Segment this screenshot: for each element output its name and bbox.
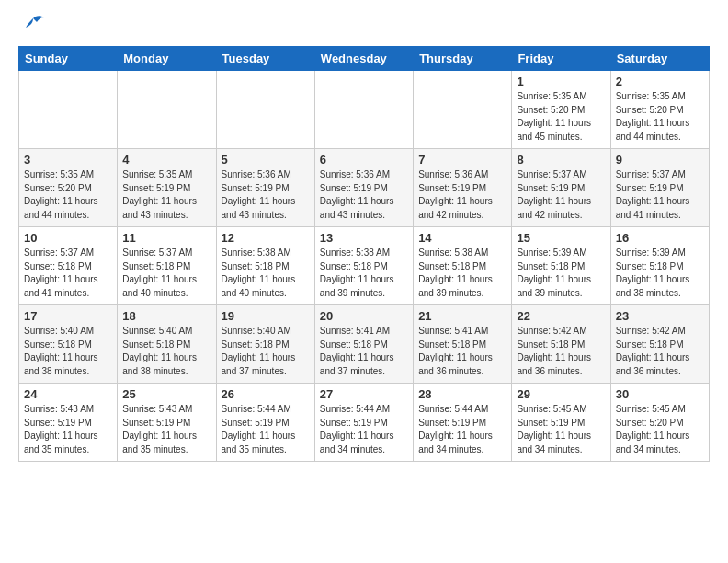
calendar-cell: 22Sunrise: 5:42 AMSunset: 5:18 PMDayligh…: [512, 305, 610, 384]
day-number: 21: [418, 309, 506, 323]
day-info: Sunrise: 5:38 AMSunset: 5:18 PMDaylight:…: [320, 247, 408, 300]
calendar-cell: 7Sunrise: 5:36 AMSunset: 5:19 PMDaylight…: [414, 149, 512, 227]
calendar-cell: 16Sunrise: 5:39 AMSunset: 5:18 PMDayligh…: [610, 227, 709, 305]
logo: [18, 15, 46, 35]
calendar-cell: 1Sunrise: 5:35 AMSunset: 5:20 PMDaylight…: [512, 71, 610, 149]
calendar-cell: 10Sunrise: 5:37 AMSunset: 5:18 PMDayligh…: [19, 227, 118, 305]
calendar-cell: 29Sunrise: 5:45 AMSunset: 5:19 PMDayligh…: [512, 384, 610, 462]
day-number: 2: [616, 75, 704, 88]
day-info: Sunrise: 5:37 AMSunset: 5:19 PMDaylight:…: [616, 168, 704, 222]
calendar-week-row: 24Sunrise: 5:43 AMSunset: 5:19 PMDayligh…: [19, 384, 710, 462]
page: SundayMondayTuesdayWednesdayThursdayFrid…: [0, 0, 728, 473]
day-number: 20: [320, 309, 408, 323]
day-info: Sunrise: 5:43 AMSunset: 5:19 PMDaylight:…: [24, 403, 112, 456]
day-number: 9: [616, 153, 704, 167]
day-number: 8: [517, 153, 605, 167]
calendar-header-row: SundayMondayTuesdayWednesdayThursdayFrid…: [19, 47, 710, 71]
day-number: 27: [320, 387, 408, 401]
calendar-cell: [216, 71, 314, 149]
calendar-cell: 11Sunrise: 5:37 AMSunset: 5:18 PMDayligh…: [118, 227, 216, 305]
day-number: 4: [122, 153, 210, 167]
logo-bird-icon: [20, 15, 46, 35]
calendar-cell: 21Sunrise: 5:41 AMSunset: 5:18 PMDayligh…: [414, 305, 512, 384]
day-info: Sunrise: 5:37 AMSunset: 5:18 PMDaylight:…: [122, 247, 210, 300]
day-info: Sunrise: 5:36 AMSunset: 5:19 PMDaylight:…: [418, 168, 506, 222]
day-info: Sunrise: 5:36 AMSunset: 5:19 PMDaylight:…: [320, 168, 408, 222]
day-number: 10: [24, 231, 112, 245]
calendar-cell: 15Sunrise: 5:39 AMSunset: 5:18 PMDayligh…: [512, 227, 610, 305]
calendar-week-row: 3Sunrise: 5:35 AMSunset: 5:20 PMDaylight…: [19, 149, 710, 227]
calendar-cell: 27Sunrise: 5:44 AMSunset: 5:19 PMDayligh…: [314, 384, 413, 462]
day-info: Sunrise: 5:37 AMSunset: 5:18 PMDaylight:…: [24, 247, 112, 300]
day-info: Sunrise: 5:35 AMSunset: 5:20 PMDaylight:…: [616, 90, 704, 144]
day-number: 23: [616, 309, 704, 323]
day-number: 14: [418, 231, 506, 245]
weekday-header: Sunday: [19, 47, 118, 71]
day-info: Sunrise: 5:41 AMSunset: 5:18 PMDaylight:…: [418, 325, 506, 378]
day-number: 28: [418, 387, 506, 401]
day-number: 13: [320, 231, 408, 245]
day-number: 25: [122, 387, 210, 401]
day-info: Sunrise: 5:40 AMSunset: 5:18 PMDaylight:…: [222, 325, 310, 378]
day-info: Sunrise: 5:37 AMSunset: 5:19 PMDaylight:…: [517, 168, 605, 222]
calendar-cell: [314, 71, 413, 149]
day-number: 17: [24, 309, 112, 323]
calendar-cell: 3Sunrise: 5:35 AMSunset: 5:20 PMDaylight…: [19, 149, 118, 227]
calendar-cell: 2Sunrise: 5:35 AMSunset: 5:20 PMDaylight…: [610, 71, 709, 149]
day-info: Sunrise: 5:36 AMSunset: 5:19 PMDaylight:…: [222, 168, 310, 222]
calendar-cell: [414, 71, 512, 149]
day-number: 19: [222, 309, 310, 323]
day-number: 3: [24, 153, 112, 167]
weekday-header: Wednesday: [314, 47, 413, 71]
calendar-cell: 14Sunrise: 5:38 AMSunset: 5:18 PMDayligh…: [414, 227, 512, 305]
day-info: Sunrise: 5:41 AMSunset: 5:18 PMDaylight:…: [320, 325, 408, 378]
calendar-cell: 23Sunrise: 5:42 AMSunset: 5:18 PMDayligh…: [610, 305, 709, 384]
day-info: Sunrise: 5:44 AMSunset: 5:19 PMDaylight:…: [222, 403, 310, 456]
calendar-cell: 30Sunrise: 5:45 AMSunset: 5:20 PMDayligh…: [610, 384, 709, 462]
calendar-cell: 13Sunrise: 5:38 AMSunset: 5:18 PMDayligh…: [314, 227, 413, 305]
day-info: Sunrise: 5:42 AMSunset: 5:18 PMDaylight:…: [616, 325, 704, 378]
calendar-cell: 28Sunrise: 5:44 AMSunset: 5:19 PMDayligh…: [414, 384, 512, 462]
day-number: 6: [320, 153, 408, 167]
day-number: 7: [418, 153, 506, 167]
day-info: Sunrise: 5:35 AMSunset: 5:20 PMDaylight:…: [24, 168, 112, 222]
weekday-header: Friday: [512, 47, 610, 71]
calendar-cell: 26Sunrise: 5:44 AMSunset: 5:19 PMDayligh…: [216, 384, 314, 462]
day-number: 30: [616, 387, 704, 401]
day-number: 26: [222, 387, 310, 401]
day-number: 16: [616, 231, 704, 245]
calendar-cell: 8Sunrise: 5:37 AMSunset: 5:19 PMDaylight…: [512, 149, 610, 227]
weekday-header: Saturday: [610, 47, 709, 71]
calendar-cell: 12Sunrise: 5:38 AMSunset: 5:18 PMDayligh…: [216, 227, 314, 305]
day-info: Sunrise: 5:45 AMSunset: 5:19 PMDaylight:…: [517, 403, 605, 456]
calendar-week-row: 10Sunrise: 5:37 AMSunset: 5:18 PMDayligh…: [19, 227, 710, 305]
day-info: Sunrise: 5:38 AMSunset: 5:18 PMDaylight:…: [418, 247, 506, 300]
day-number: 11: [122, 231, 210, 245]
day-number: 18: [122, 309, 210, 323]
calendar-cell: 20Sunrise: 5:41 AMSunset: 5:18 PMDayligh…: [314, 305, 413, 384]
day-info: Sunrise: 5:35 AMSunset: 5:20 PMDaylight:…: [517, 90, 605, 144]
day-info: Sunrise: 5:43 AMSunset: 5:19 PMDaylight:…: [122, 403, 210, 456]
day-number: 5: [222, 153, 310, 167]
calendar-cell: 6Sunrise: 5:36 AMSunset: 5:19 PMDaylight…: [314, 149, 413, 227]
calendar-cell: [118, 71, 216, 149]
weekday-header: Tuesday: [216, 47, 314, 71]
calendar-cell: 5Sunrise: 5:36 AMSunset: 5:19 PMDaylight…: [216, 149, 314, 227]
calendar-cell: 24Sunrise: 5:43 AMSunset: 5:19 PMDayligh…: [19, 384, 118, 462]
day-info: Sunrise: 5:40 AMSunset: 5:18 PMDaylight:…: [122, 325, 210, 378]
day-number: 12: [222, 231, 310, 245]
day-info: Sunrise: 5:40 AMSunset: 5:18 PMDaylight:…: [24, 325, 112, 378]
day-info: Sunrise: 5:39 AMSunset: 5:18 PMDaylight:…: [616, 247, 704, 300]
calendar-week-row: 17Sunrise: 5:40 AMSunset: 5:18 PMDayligh…: [19, 305, 710, 384]
day-number: 22: [517, 309, 605, 323]
day-number: 15: [517, 231, 605, 245]
day-number: 24: [24, 387, 112, 401]
day-number: 1: [517, 75, 605, 88]
day-info: Sunrise: 5:44 AMSunset: 5:19 PMDaylight:…: [320, 403, 408, 456]
calendar-cell: 19Sunrise: 5:40 AMSunset: 5:18 PMDayligh…: [216, 305, 314, 384]
calendar-week-row: 1Sunrise: 5:35 AMSunset: 5:20 PMDaylight…: [19, 71, 710, 149]
weekday-header: Thursday: [414, 47, 512, 71]
calendar: SundayMondayTuesdayWednesdayThursdayFrid…: [18, 46, 710, 462]
calendar-cell: 4Sunrise: 5:35 AMSunset: 5:19 PMDaylight…: [118, 149, 216, 227]
day-info: Sunrise: 5:45 AMSunset: 5:20 PMDaylight:…: [616, 403, 704, 456]
